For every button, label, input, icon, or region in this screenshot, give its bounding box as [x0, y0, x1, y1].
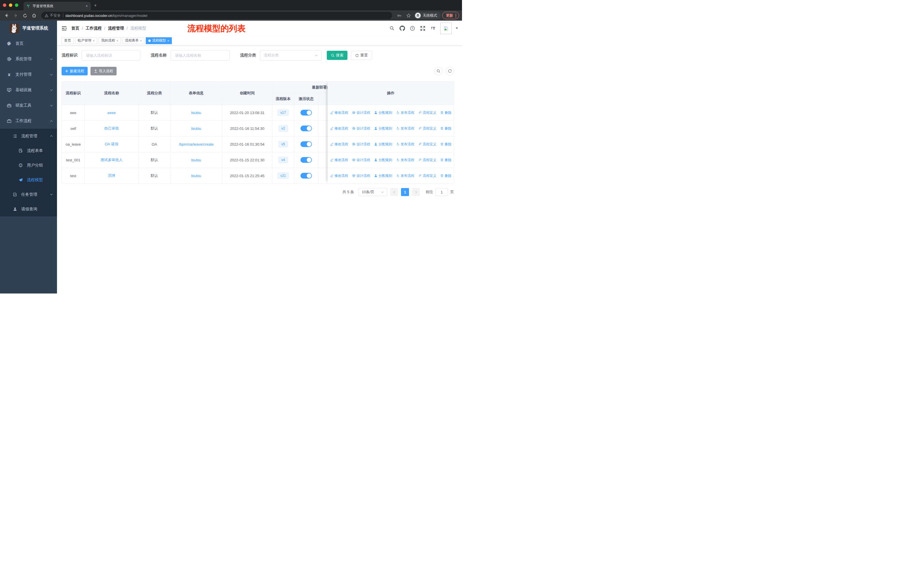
modify-process-link[interactable]: 修改流程	[330, 174, 348, 178]
avatar[interactable]	[440, 23, 452, 34]
sidebar-item-process-mgmt[interactable]: 流程管理	[0, 129, 57, 143]
create-process-button[interactable]: 新建流程	[61, 67, 87, 75]
traffic-lights[interactable]	[3, 3, 18, 7]
category-select[interactable]: 流程分类	[260, 50, 322, 61]
github-icon[interactable]	[399, 25, 405, 31]
font-size-icon[interactable]: TT	[430, 26, 436, 30]
bookmark-star-icon[interactable]	[405, 12, 412, 19]
next-page-button[interactable]	[412, 188, 420, 196]
home-icon[interactable]	[30, 12, 38, 19]
process-definition-link[interactable]: 流程定义	[418, 126, 437, 131]
assign-rule-link[interactable]: 分配规则	[374, 126, 393, 131]
active-toggle[interactable]	[300, 157, 312, 163]
active-toggle[interactable]	[300, 110, 312, 116]
breadcrumb-process-mgmt[interactable]: 流程管理	[108, 26, 124, 31]
back-icon[interactable]	[3, 12, 10, 19]
form-info-link[interactable]: biubiu	[191, 126, 201, 131]
modify-process-link[interactable]: 修改流程	[330, 158, 348, 162]
close-icon[interactable]: ×	[167, 39, 169, 42]
modify-process-link[interactable]: 修改流程	[330, 126, 348, 131]
delete-link[interactable]: 删除	[440, 126, 452, 131]
design-process-link[interactable]: 设计流程	[352, 142, 370, 147]
sidebar-item-leave-query[interactable]: 请假查询	[0, 202, 57, 217]
modify-process-link[interactable]: 修改流程	[330, 110, 348, 115]
zoom-window-button[interactable]	[15, 3, 18, 7]
sidebar-item-payment[interactable]: ¥ 支付管理	[0, 67, 57, 82]
sidebar-item-task-mgmt[interactable]: 任务管理	[0, 187, 57, 202]
security-warning[interactable]: 不安全	[45, 13, 61, 18]
process-definition-link[interactable]: 流程定义	[418, 174, 437, 178]
process-name-link[interactable]: OA 请假	[105, 142, 119, 147]
process-name-link[interactable]: 自己审批	[104, 126, 119, 131]
process-name-link[interactable]: 滔博	[108, 173, 116, 178]
sidebar-item-process-model[interactable]: 流程模型	[0, 172, 57, 187]
prev-page-button[interactable]	[390, 188, 398, 196]
assign-rule-link[interactable]: 分配规则	[374, 110, 393, 115]
url-bar[interactable]: 不安全 dashboard.yudao.iocoder.cn/bpm/manag…	[41, 12, 392, 19]
close-window-button[interactable]	[3, 3, 6, 7]
process-id-input[interactable]	[82, 50, 140, 61]
breadcrumb-workflow[interactable]: 工作流程	[86, 26, 102, 31]
design-process-link[interactable]: 设计流程	[352, 174, 370, 178]
url-text[interactable]: dashboard.yudao.iocoder.cn/bpm/manager/m…	[66, 13, 147, 18]
assign-rule-link[interactable]: 分配规则	[374, 142, 393, 147]
page-size-select[interactable]: 10条/页	[359, 188, 387, 196]
goto-page-input[interactable]	[436, 188, 448, 196]
help-icon[interactable]: ?	[409, 26, 416, 31]
tag-process-model[interactable]: 流程模型×	[146, 37, 172, 44]
delete-link[interactable]: 删除	[440, 158, 452, 162]
tag-tenant[interactable]: 租户管理×	[75, 37, 97, 44]
process-definition-link[interactable]: 流程定义	[418, 158, 437, 162]
process-name-link[interactable]: eeee	[107, 111, 116, 115]
key-icon[interactable]	[396, 12, 403, 19]
tag-my-process[interactable]: 我的流程×	[99, 37, 120, 44]
sidebar-item-user-group[interactable]: 用户分组	[0, 158, 57, 172]
modify-process-link[interactable]: 修改流程	[330, 142, 348, 147]
deploy-process-link[interactable]: 发布流程	[396, 142, 414, 147]
delete-link[interactable]: 删除	[440, 110, 452, 115]
deploy-process-link[interactable]: 发布流程	[396, 158, 414, 162]
tag-process-form[interactable]: 流程表单×	[122, 37, 144, 44]
app-logo[interactable]: 芋道管理系统	[0, 21, 57, 36]
new-tab-button[interactable]: +	[94, 3, 97, 8]
form-info-link[interactable]: biubiu	[191, 111, 201, 115]
process-definition-link[interactable]: 流程定义	[418, 142, 437, 147]
process-name-input[interactable]	[171, 50, 230, 61]
tag-home[interactable]: 首页	[61, 37, 74, 44]
sidebar-item-workflow[interactable]: 工作流程	[0, 113, 57, 129]
browser-tab[interactable]: 芋道管理系统 ×	[23, 2, 91, 10]
close-icon[interactable]: ×	[140, 39, 142, 42]
assign-rule-link[interactable]: 分配规则	[374, 174, 393, 178]
assign-rule-link[interactable]: 分配规则	[374, 158, 393, 162]
design-process-link[interactable]: 设计流程	[352, 110, 370, 115]
minimize-window-button[interactable]	[9, 3, 12, 7]
delete-link[interactable]: 删除	[440, 174, 452, 178]
reset-button[interactable]: 重置	[351, 51, 372, 60]
page-number-1[interactable]: 1	[401, 188, 409, 196]
sidebar-collapse-icon[interactable]	[61, 26, 67, 31]
breadcrumb-home[interactable]: 首页	[71, 26, 79, 31]
sidebar-item-devtools[interactable]: 研发工具	[0, 98, 57, 113]
design-process-link[interactable]: 设计流程	[352, 158, 370, 162]
import-process-button[interactable]: 导入流程	[91, 67, 117, 75]
active-toggle[interactable]	[300, 126, 312, 131]
update-button[interactable]: 更新	[442, 12, 459, 19]
forward-icon[interactable]	[12, 12, 20, 19]
form-info-link[interactable]: biubiu	[191, 174, 201, 178]
active-toggle[interactable]	[300, 141, 312, 147]
sidebar-item-process-form[interactable]: 流程表单	[0, 143, 57, 158]
search-icon[interactable]	[389, 26, 395, 31]
process-definition-link[interactable]: 流程定义	[418, 110, 437, 115]
deploy-process-link[interactable]: 发布流程	[396, 126, 414, 131]
deploy-process-link[interactable]: 发布流程	[396, 110, 414, 115]
deploy-process-link[interactable]: 发布流程	[396, 174, 414, 178]
fullscreen-icon[interactable]	[420, 26, 426, 31]
form-info-link[interactable]: /bpm/oa/leave/create	[179, 142, 213, 147]
sidebar-item-home[interactable]: 首页	[0, 36, 57, 51]
sidebar-item-infra[interactable]: 基础设施	[0, 82, 57, 98]
refresh-table-button[interactable]	[446, 67, 454, 75]
toggle-search-button[interactable]	[434, 67, 443, 75]
close-icon[interactable]: ×	[93, 39, 94, 42]
active-toggle[interactable]	[300, 173, 312, 179]
delete-link[interactable]: 删除	[440, 142, 452, 147]
